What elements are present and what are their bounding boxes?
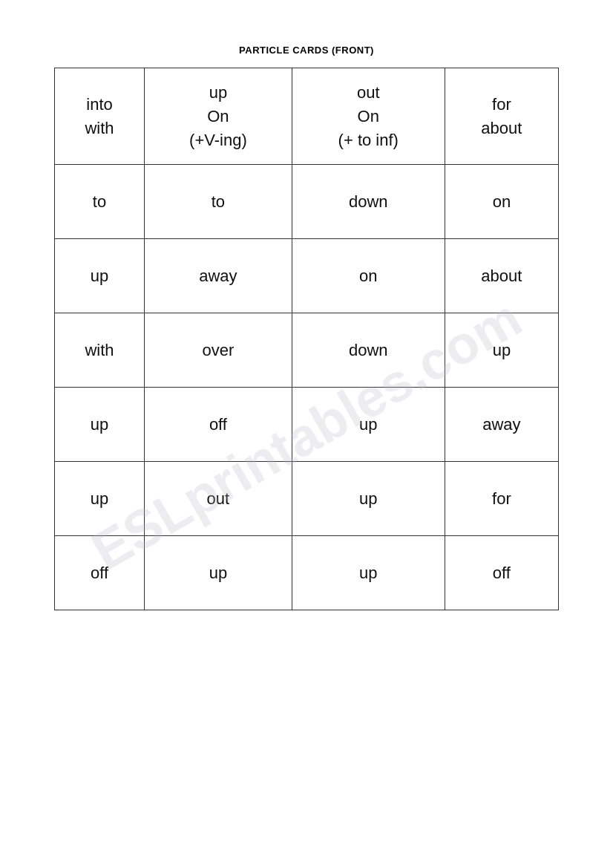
table-cell-r5-c2: up	[292, 462, 445, 536]
cell-text: up	[359, 415, 377, 434]
cell-text: up	[209, 564, 227, 583]
table-cell-r6-c3: off	[445, 536, 558, 610]
table-cell-r5-c3: for	[445, 462, 558, 536]
cell-text: On	[207, 107, 229, 126]
table-cell-r4-c3: away	[445, 388, 558, 462]
table-cell-r1-c2: down	[292, 165, 445, 239]
cell-text: for	[492, 95, 511, 114]
table-cell-r4-c2: up	[292, 388, 445, 462]
table-cell-r5-c0: up	[55, 462, 145, 536]
table-cell-r1-c1: to	[145, 165, 292, 239]
cell-text: away	[482, 415, 520, 434]
cell-text: up	[91, 415, 108, 434]
table-cell-r3-c1: over	[145, 313, 292, 388]
cell-text: up	[359, 564, 377, 583]
cell-text: to	[93, 192, 106, 212]
cell-text: off	[209, 415, 227, 434]
table-cell-r0-c2: outOn(+ to inf)	[292, 68, 445, 165]
cell-text: down	[349, 192, 388, 212]
cell-text: with	[85, 341, 114, 360]
table-cell-r2-c2: on	[292, 239, 445, 313]
cell-text: On	[358, 107, 379, 126]
table-cell-r4-c0: up	[55, 388, 145, 462]
table-cell-r4-c1: off	[145, 388, 292, 462]
table-cell-r0-c0: intowith	[55, 68, 145, 165]
cell-text: up	[209, 83, 227, 102]
cell-text: up	[359, 489, 377, 509]
cell-text: (+V-ing)	[189, 131, 247, 150]
cell-text: about	[481, 267, 522, 286]
table-cell-r5-c1: out	[145, 462, 292, 536]
table-cell-r0-c3: forabout	[445, 68, 558, 165]
cell-text: out	[207, 489, 230, 509]
cell-text: off	[493, 564, 511, 583]
page-title: PARTICLE CARDS (FRONT)	[239, 45, 374, 56]
table-cell-r3-c0: with	[55, 313, 145, 388]
table-cell-r3-c3: up	[445, 313, 558, 388]
cell-text: on	[359, 267, 377, 286]
cell-text: away	[199, 267, 237, 286]
cell-text: into	[86, 95, 112, 114]
cell-text: up	[91, 489, 108, 509]
cell-text: with	[85, 119, 114, 138]
cell-text: up	[91, 267, 108, 286]
particle-cards-table: intowithupOn(+V-ing)outOn(+ to inf)forab…	[54, 68, 559, 610]
cell-text: to	[212, 192, 225, 212]
cell-text: for	[492, 489, 511, 509]
table-cell-r1-c0: to	[55, 165, 145, 239]
cell-text: out	[357, 83, 380, 102]
cell-text: down	[349, 341, 388, 360]
cell-text: off	[91, 564, 108, 583]
table-cell-r2-c1: away	[145, 239, 292, 313]
table-cell-r0-c1: upOn(+V-ing)	[145, 68, 292, 165]
table-cell-r2-c0: up	[55, 239, 145, 313]
cell-text: on	[493, 192, 511, 212]
table-cell-r2-c3: about	[445, 239, 558, 313]
table-cell-r1-c3: on	[445, 165, 558, 239]
cell-text: about	[481, 119, 522, 138]
table-cell-r3-c2: down	[292, 313, 445, 388]
table-cell-r6-c0: off	[55, 536, 145, 610]
cell-text: up	[493, 341, 511, 360]
cell-text: (+ to inf)	[338, 131, 399, 150]
cell-text: over	[203, 341, 235, 360]
table-cell-r6-c2: up	[292, 536, 445, 610]
table-cell-r6-c1: up	[145, 536, 292, 610]
